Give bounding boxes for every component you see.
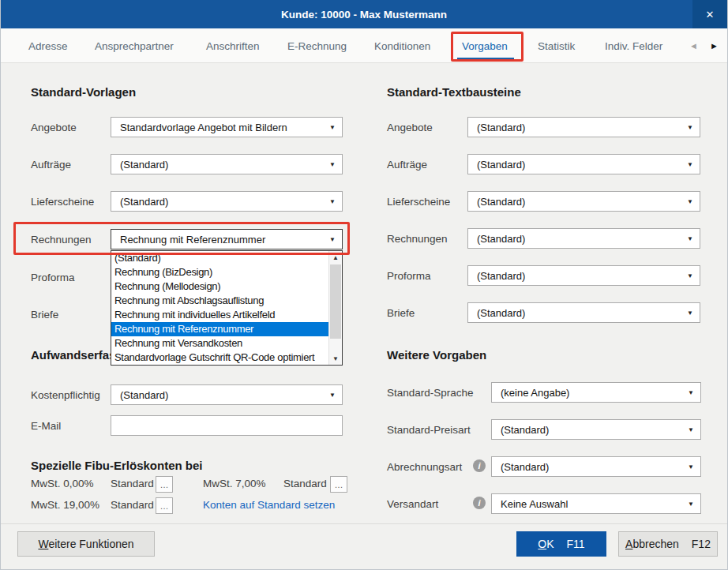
button-mnemonic: A [625, 538, 632, 550]
dropdown-items: (Standard) Rechnung (BizDesign) Rechnung… [111, 251, 328, 365]
combo-value: (Standard) [501, 461, 549, 473]
abrechnungsart-info-icon[interactable]: i [473, 459, 486, 472]
standard-sprache-select[interactable]: (keine Angabe) ▼ [491, 382, 701, 403]
chevron-down-icon: ▼ [687, 272, 693, 279]
konten-standard-link[interactable]: Konten auf Standard setzen [203, 499, 335, 511]
mwst-0-label: MwSt. 0,00% [31, 478, 94, 489]
combo-value: (Standard) [477, 307, 525, 319]
list-item[interactable]: Rechnung (Mellodesign) [111, 279, 328, 294]
section-heading-standard-textbausteine: Standard-Textbausteine [387, 85, 521, 99]
tab-indiv-felder[interactable]: Indiv. Felder [605, 40, 662, 52]
chevron-down-icon: ▼ [687, 309, 693, 317]
chevron-down-icon: ▼ [687, 161, 693, 168]
tb-briefe-select[interactable]: (Standard) ▼ [467, 302, 700, 323]
combo-value: (Standard) [501, 424, 549, 436]
scroll-down-icon[interactable]: ▼ [329, 352, 342, 365]
tab-ansprechpartner[interactable]: Ansprechpartner [95, 40, 174, 52]
tb-angebote-select[interactable]: (Standard) ▼ [467, 117, 700, 137]
button-label: bbrechen [632, 538, 678, 550]
versandart-label: Versandart [387, 498, 438, 510]
combo-value: Standardvorlage Angebot mit Bildern [120, 122, 287, 133]
section-heading-fibu-erloeskonten: Spezielle Fibu-Erlöskonten bei [31, 459, 203, 472]
chevron-down-icon: ▼ [688, 389, 694, 396]
ellipsis-icon: … [335, 480, 343, 489]
angebote-vorlage-select[interactable]: Standardvorlage Angebot mit Bildern ▼ [111, 117, 343, 137]
chevron-down-icon: ▼ [687, 198, 693, 205]
tab-vorgaben[interactable]: Vorgaben [462, 40, 508, 52]
chevron-down-icon: ▼ [329, 124, 336, 131]
abrechnungsart-select[interactable]: (Standard) ▼ [491, 456, 701, 477]
tab-bar: Adresse Ansprechpartner Anschriften E-Re… [1, 28, 727, 63]
tb-angebote-label: Angebote [387, 122, 433, 133]
combo-value: Keine Auswahl [501, 498, 568, 510]
chevron-down-icon: ▼ [687, 235, 693, 242]
briefe-label: Briefe [31, 309, 58, 321]
email-label: E-Mail [31, 420, 61, 432]
tab-scroll-right-icon[interactable]: ► [710, 41, 719, 51]
info-glyph: i [478, 461, 480, 471]
mwst-19-label: MwSt. 19,00% [31, 499, 99, 511]
lieferscheine-vorlage-select[interactable]: (Standard) ▼ [111, 191, 343, 212]
button-label: K [546, 538, 554, 550]
standard-sprache-label: Standard-Sprache [387, 387, 474, 399]
list-item[interactable]: (Standard) [111, 251, 328, 265]
chevron-down-icon: ▼ [329, 198, 336, 205]
mwst-0-value: Standard [111, 478, 154, 489]
list-item-selected[interactable]: Rechnung mit Referenznummer [111, 322, 328, 336]
list-item[interactable]: Standardvorlage Gutschrift QR-Code optim… [111, 351, 328, 365]
abbrechen-button[interactable]: Abbrechen F12 [618, 531, 718, 557]
mwst-19-browse-button[interactable]: … [156, 497, 173, 514]
tab-anschriften[interactable]: Anschriften [206, 40, 260, 52]
tb-rechnungen-select[interactable]: (Standard) ▼ [467, 228, 700, 249]
tab-e-rechnung[interactable]: E-Rechnung [287, 40, 347, 52]
close-button[interactable]: ✕ [692, 0, 727, 28]
rechnungen-vorlage-select[interactable]: Rechnung mit Referenznummer ▼ [111, 229, 343, 249]
kostenpflichtig-label: Kostenpflichtig [31, 389, 100, 401]
tb-proforma-select[interactable]: (Standard) ▼ [467, 265, 700, 286]
combo-value: (Standard) [477, 233, 525, 245]
window-title: Kunde: 10000 - Max Mustermann [281, 9, 447, 21]
combo-value: (Standard) [477, 122, 525, 133]
footer-divider [1, 523, 727, 524]
scroll-up-icon[interactable]: ▲ [329, 251, 342, 264]
kostenpflichtig-select[interactable]: (Standard) ▼ [111, 384, 343, 405]
weitere-funktionen-button[interactable]: Weitere Funktionen [17, 531, 155, 557]
email-input[interactable] [111, 415, 343, 436]
standard-preisart-label: Standard-Preisart [387, 424, 471, 436]
list-item[interactable]: Rechnung mit Versandkosten [111, 336, 328, 351]
combo-value: (Standard) [477, 159, 525, 171]
tab-statistik[interactable]: Statistik [538, 40, 575, 52]
info-glyph: i [478, 498, 480, 508]
combo-value: (keine Angabe) [501, 387, 569, 399]
close-icon: ✕ [706, 9, 715, 21]
ok-button[interactable]: OK F11 [516, 531, 606, 557]
ok-fkey-hint: F11 [567, 538, 585, 550]
tb-lieferscheine-select[interactable]: (Standard) ▼ [467, 191, 700, 212]
combo-value: (Standard) [120, 389, 168, 401]
chevron-down-icon: ▼ [329, 392, 336, 399]
list-item[interactable]: Rechnung mit individuelles Artikelfeld [111, 308, 328, 322]
list-item[interactable]: Rechnung (BizDesign) [111, 265, 328, 279]
versandart-info-icon[interactable]: i [473, 497, 486, 509]
lieferscheine-label: Lieferscheine [31, 196, 94, 208]
tb-auftraege-label: Aufträge [387, 159, 427, 171]
tab-scroll-left-icon[interactable]: ◄ [689, 41, 698, 51]
auftraege-vorlage-select[interactable]: (Standard) ▼ [111, 154, 343, 174]
tab-konditionen[interactable]: Konditionen [374, 40, 430, 52]
proforma-label: Proforma [31, 272, 75, 283]
versandart-select[interactable]: Keine Auswahl ▼ [491, 493, 701, 514]
scrollbar-thumb[interactable] [330, 264, 341, 339]
standard-preisart-select[interactable]: (Standard) ▼ [491, 419, 701, 440]
combo-value: (Standard) [120, 196, 168, 208]
rechnungen-label: Rechnungen [31, 234, 92, 246]
button-mnemonic: W [38, 538, 48, 550]
mwst-7-browse-button[interactable]: … [330, 476, 347, 493]
tab-adresse[interactable]: Adresse [28, 40, 68, 52]
list-item[interactable]: Rechnung mit Abschlagsauflistung [111, 294, 328, 308]
mwst-0-browse-button[interactable]: … [156, 476, 173, 493]
combo-value: (Standard) [120, 159, 168, 171]
tb-lieferscheine-label: Lieferscheine [387, 196, 450, 208]
dropdown-scrollbar[interactable]: ▲ ▼ [328, 251, 342, 365]
mwst-19-value: Standard [111, 499, 154, 511]
tb-auftraege-select[interactable]: (Standard) ▼ [467, 154, 700, 174]
